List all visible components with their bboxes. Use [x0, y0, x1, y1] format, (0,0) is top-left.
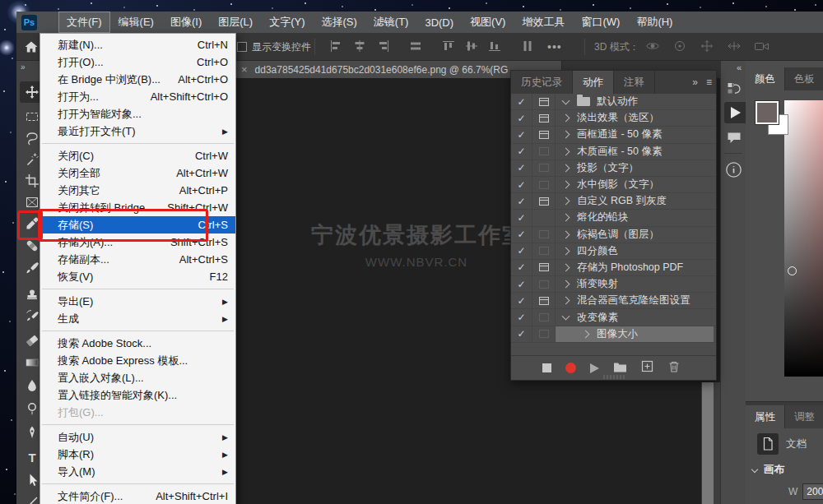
menu-item-recent-files[interactable]: 最近打开文件(T)▶ [40, 123, 235, 140]
chevron-right-icon[interactable] [562, 247, 570, 255]
menu-item-search-adobe-express[interactable]: 搜索 Adobe Express 模板... [40, 352, 235, 369]
new-action-button[interactable] [641, 360, 653, 376]
chevron-down-icon[interactable] [562, 312, 570, 321]
menu-file[interactable]: 文件(F) [58, 12, 110, 33]
toggle-item-check[interactable]: ✓ [511, 293, 532, 308]
dialog-toggle[interactable] [532, 177, 556, 192]
home-button[interactable] [23, 33, 40, 61]
menu-item-scripts[interactable]: 脚本(R)▶ [40, 446, 235, 463]
toggle-item-check[interactable]: ✓ [511, 210, 532, 225]
tab-properties[interactable]: 属性 [746, 405, 785, 428]
action-row-default-set[interactable]: ✓ 默认动作 [511, 94, 716, 110]
menu-item-import[interactable]: 导入(M)▶ [40, 463, 235, 480]
chevron-right-icon[interactable] [562, 114, 570, 123]
tab-color[interactable]: 颜色 [746, 67, 785, 90]
align-left-icon[interactable] [330, 40, 343, 54]
action-row[interactable]: ✓ 混合器画笔克隆绘图设置 [511, 293, 716, 309]
dialog-toggle[interactable] [532, 276, 556, 292]
menu-item-file-info[interactable]: 文件简介(F)...Alt+Shift+Ctrl+I [40, 488, 235, 504]
menu-item-new[interactable]: 新建(N)...Ctrl+N [40, 36, 235, 53]
align-center-horizontal-icon[interactable] [353, 40, 366, 54]
delete-action-button[interactable] [667, 360, 681, 377]
menu-item-save-as[interactable]: 存储为(A)...Shift+Ctrl+S [40, 234, 235, 251]
menu-item-save-copy[interactable]: 存储副本...Alt+Ctrl+S [40, 251, 235, 268]
action-row[interactable]: ✓ 画框通道 - 50 像素 [511, 127, 716, 143]
panel-menu-icon[interactable]: ≡ [702, 71, 716, 94]
align-bottom-icon[interactable] [488, 40, 501, 54]
color-picker-gradient[interactable] [784, 100, 823, 377]
tab-history[interactable]: 历史记录 [511, 71, 573, 94]
menu-item-search-adobe-stock[interactable]: 搜索 Adobe Stock... [40, 335, 235, 352]
toggle-item-check[interactable]: ✓ [511, 227, 532, 243]
tab-notes[interactable]: 注释 [614, 71, 655, 94]
toggle-item-check[interactable]: ✓ [511, 177, 532, 192]
action-row[interactable]: ✓ 改变像素 [511, 309, 716, 326]
action-row[interactable]: ✓ 棕褐色调（图层） [511, 227, 716, 243]
menu-edit[interactable]: 编辑(E) [110, 12, 162, 33]
menu-filter[interactable]: 滤镜(T) [365, 12, 417, 33]
action-row[interactable]: ✓ 熔化的铅块 [511, 210, 716, 226]
chevron-right-icon[interactable] [562, 164, 570, 172]
actions-panel-icon[interactable] [724, 102, 746, 123]
menu-3d[interactable]: 3D(D) [416, 12, 462, 33]
dialog-toggle[interactable] [532, 110, 556, 126]
action-row[interactable]: ✓ 木质画框 - 50 像素 [511, 144, 716, 160]
toggle-item-check[interactable]: ✓ [511, 110, 532, 126]
toggle-item-check[interactable]: ✓ [511, 276, 532, 292]
notes-panel-icon[interactable] [721, 127, 746, 148]
dialog-toggle[interactable] [532, 94, 556, 109]
toggle-item-check[interactable]: ✓ [511, 326, 532, 342]
new-set-button[interactable] [613, 361, 627, 376]
3d-orbit-icon[interactable] [645, 39, 661, 55]
menu-item-export[interactable]: 导出(E)▶ [40, 293, 235, 310]
record-button[interactable] [565, 363, 576, 373]
menu-item-close[interactable]: 关闭(C)Ctrl+W [40, 147, 235, 164]
color-picker-handle[interactable] [788, 266, 797, 275]
menu-item-close-others[interactable]: 关闭其它Alt+Ctrl+P [40, 182, 235, 199]
chevron-right-icon[interactable] [562, 264, 570, 272]
toggle-item-check[interactable]: ✓ [511, 160, 532, 176]
vertical-scrollbar[interactable] [701, 382, 714, 504]
menu-layer[interactable]: 图层(L) [210, 12, 261, 33]
play-button[interactable] [590, 363, 599, 373]
menu-plugins[interactable]: 增效工具 [514, 12, 573, 33]
menu-help[interactable]: 帮助(H) [628, 12, 681, 33]
chevron-right-icon[interactable] [562, 147, 570, 155]
action-row[interactable]: ✓ 渐变映射 [511, 276, 716, 293]
close-tab-icon[interactable]: × [241, 63, 248, 76]
menu-select[interactable]: 选择(S) [313, 12, 365, 33]
collapse-panels-icon[interactable]: « [721, 61, 746, 77]
show-transform-controls[interactable]: 显示变换控件 [237, 33, 311, 61]
menu-view[interactable]: 视图(V) [462, 12, 514, 33]
action-row[interactable]: ✓ 淡出效果（选区） [511, 110, 716, 127]
chevron-right-icon[interactable] [562, 230, 570, 238]
dialog-toggle[interactable] [532, 127, 556, 142]
menu-window[interactable]: 窗口(W) [573, 12, 628, 33]
action-row[interactable]: ✓ 存储为 Photoshop PDF [511, 260, 716, 276]
panel-expand-icon[interactable]: » [688, 71, 702, 94]
panel-resize-grip[interactable] [603, 375, 625, 379]
menu-item-automate[interactable]: 自动(U)▶ [40, 428, 235, 446]
chevron-right-icon[interactable] [562, 280, 570, 289]
toggle-item-check[interactable]: ✓ [511, 144, 532, 160]
foreground-color-swatch[interactable] [756, 101, 779, 124]
chevron-down-icon[interactable] [562, 96, 570, 104]
align-right-icon[interactable] [376, 40, 389, 54]
dialog-toggle[interactable] [532, 309, 556, 325]
distribute-vertical-icon[interactable] [521, 40, 534, 54]
chevron-right-icon[interactable] [562, 131, 570, 139]
3d-roll-icon[interactable] [672, 39, 688, 55]
action-row[interactable]: ✓ 自定义 RGB 到灰度 [511, 193, 716, 210]
action-row[interactable]: ✓ 水中倒影（文字） [511, 177, 716, 193]
menu-item-generate[interactable]: 生成▶ [40, 310, 235, 327]
chevron-right-icon[interactable] [562, 297, 570, 305]
3d-pan-icon[interactable] [700, 39, 715, 55]
menu-item-save[interactable]: 存储(S)Ctrl+S [40, 216, 235, 234]
align-top-icon[interactable] [442, 40, 455, 54]
dialog-toggle[interactable] [532, 326, 556, 342]
menu-item-open-smart-object[interactable]: 打开为智能对象... [40, 105, 235, 123]
menu-item-close-all[interactable]: 关闭全部Alt+Ctrl+W [40, 164, 235, 182]
action-row[interactable]: ✓ 投影（文字） [511, 160, 716, 177]
tab-actions[interactable]: 动作 [573, 71, 614, 94]
toggle-item-check[interactable]: ✓ [511, 127, 532, 142]
